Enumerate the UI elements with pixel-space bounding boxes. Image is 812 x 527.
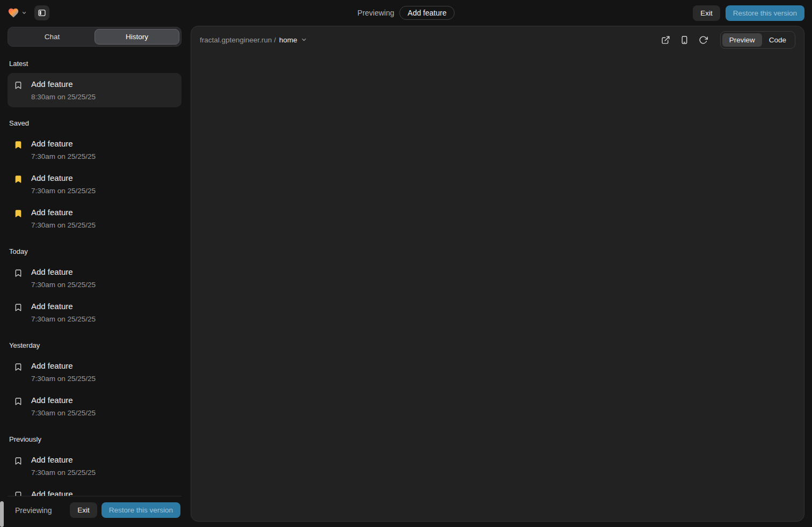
chevron-down-icon (21, 10, 27, 16)
history-section: Saved Add feature 7:30am on 25/25/25 Add… (8, 119, 182, 236)
topbar: Previewing Add feature Exit Restore this… (0, 0, 812, 26)
history-item-time: 7:30am on 25/25/25 (31, 152, 96, 160)
open-in-new-tab-icon (661, 35, 670, 45)
history-item-text: Add feature 7:30am on 25/25/25 (31, 455, 96, 477)
history-item-text: Add feature 7:30am on 25/25/25 (31, 267, 96, 289)
history-item-time: 7:30am on 25/25/25 (31, 281, 96, 289)
history-item-title: Add feature (31, 396, 96, 405)
history-item[interactable]: Add feature 7:30am on 25/25/25 (8, 201, 182, 236)
topbar-left-group (8, 5, 49, 20)
history-item-text: Add feature 7:30am on 25/25/25 (31, 173, 96, 195)
history-section: Previously Add feature 7:30am on 25/25/2… (8, 435, 182, 496)
history-item-text: Add feature 7:30am on 25/25/25 (31, 302, 96, 323)
chevron-down-icon (301, 36, 307, 43)
sidebar-toggle-button[interactable] (34, 5, 49, 20)
exit-button[interactable]: Exit (70, 502, 97, 518)
previewing-status-label: Previewing (358, 9, 394, 17)
sidebar-tab-bar: Chat History (8, 27, 182, 47)
lovable-heart-logo-icon (8, 7, 19, 19)
mobile-preview-button[interactable] (677, 32, 692, 47)
bookmark-outline-icon (14, 363, 23, 371)
history-item-title: Add feature (31, 489, 96, 496)
section-title: Previously (9, 435, 180, 443)
section-items: Add feature 8:30am on 25/25/25 (8, 73, 182, 107)
topbar-right-group: Exit Restore this version (693, 5, 804, 21)
history-item-text: Add feature 7:30am on 25/25/25 (31, 361, 96, 383)
history-item-title: Add feature (31, 208, 96, 217)
history-item-title: Add feature (31, 267, 96, 277)
refresh-button[interactable] (696, 32, 711, 47)
section-items: Add feature 7:30am on 25/25/25 Add featu… (8, 133, 182, 236)
history-item-time: 7:30am on 25/25/25 (31, 469, 96, 477)
history-item-time: 7:30am on 25/25/25 (31, 187, 96, 195)
history-item[interactable]: Add feature 7:30am on 25/25/25 (8, 355, 182, 389)
preview-panel: fractal.gptengineer.run / home (191, 26, 804, 522)
sidebar-footer: Previewing Exit Restore this version (8, 496, 182, 524)
history-item[interactable]: Add feature 7:30am on 25/25/25 (8, 295, 182, 330)
history-section: Yesterday Add feature 7:30am on 25/25/25… (8, 341, 182, 423)
history-item[interactable]: Add feature 7:30am on 25/25/25 (8, 449, 182, 483)
history-section-list: Latest Add feature 8:30am on 25/25/25 Sa… (8, 47, 182, 496)
exit-button[interactable]: Exit (693, 5, 720, 21)
bookmark-outline-icon (14, 269, 23, 277)
history-item-title: Add feature (31, 79, 96, 89)
section-title: Saved (9, 119, 180, 127)
history-item-time: 7:30am on 25/25/25 (31, 221, 96, 229)
history-item-time: 7:30am on 25/25/25 (31, 409, 96, 417)
history-sidebar: Chat History Latest Add feature 8:30am o… (8, 27, 182, 524)
history-item-text: Add feature 7:30am on 25/25/25 (31, 489, 96, 496)
restore-version-button[interactable]: Restore this version (726, 5, 804, 21)
history-item-text: Add feature 7:30am on 25/25/25 (31, 396, 96, 417)
history-item-time: 7:30am on 25/25/25 (31, 315, 96, 323)
history-item[interactable]: Add feature 7:30am on 25/25/25 (8, 389, 182, 423)
history-section: Latest Add feature 8:30am on 25/25/25 (8, 60, 182, 107)
history-item-text: Add feature 8:30am on 25/25/25 (31, 79, 96, 101)
preview-header: fractal.gptengineer.run / home (191, 26, 804, 53)
history-item-title: Add feature (31, 455, 96, 465)
preview-code-toggle: Preview Code (720, 31, 795, 49)
history-item[interactable]: Add feature 8:30am on 25/25/25 (8, 73, 182, 107)
sidebar-scrollbar-thumb[interactable] (0, 501, 4, 527)
section-title: Latest (9, 60, 180, 68)
preview-url-prefix: fractal.gptengineer.run / (200, 36, 276, 44)
history-item[interactable]: Add feature 7:30am on 25/25/25 (8, 167, 182, 201)
history-item[interactable]: Add feature 7:30am on 25/25/25 (8, 261, 182, 295)
restore-version-button[interactable]: Restore this version (102, 502, 180, 518)
bookmark-outline-icon (14, 491, 23, 496)
preview-url-dropdown[interactable]: fractal.gptengineer.run / home (200, 36, 307, 44)
history-item-title: Add feature (31, 361, 96, 371)
section-title: Today (9, 247, 180, 255)
previewing-status-label: Previewing (15, 506, 52, 515)
version-name-badge[interactable]: Add feature (400, 6, 454, 20)
tab-preview[interactable]: Preview (722, 33, 762, 47)
section-title: Yesterday (9, 341, 180, 349)
history-section: Today Add feature 7:30am on 25/25/25 Add… (8, 247, 182, 330)
history-item-text: Add feature 7:30am on 25/25/25 (31, 139, 96, 160)
history-item[interactable]: Add feature 7:30am on 25/25/25 (8, 483, 182, 496)
history-item[interactable]: Add feature 7:30am on 25/25/25 (8, 133, 182, 167)
logo-menu-button[interactable] (8, 7, 27, 19)
section-items: Add feature 7:30am on 25/25/25 Add featu… (8, 261, 182, 330)
history-item-text: Add feature 7:30am on 25/25/25 (31, 208, 96, 229)
bookmark-outline-icon (14, 303, 23, 312)
preview-toolbar: Preview Code (658, 31, 795, 49)
history-item-time: 8:30am on 25/25/25 (31, 93, 96, 101)
history-item-time: 7:30am on 25/25/25 (31, 375, 96, 383)
open-in-new-tab-button[interactable] (658, 32, 673, 47)
mobile-preview-icon (680, 35, 689, 45)
bookmark-saved-icon (14, 175, 23, 184)
bookmark-outline-icon (14, 457, 23, 465)
bookmark-saved-icon (14, 141, 23, 149)
preview-url-page: home (279, 36, 298, 44)
bookmark-saved-icon (14, 209, 23, 218)
bookmark-outline-icon (14, 397, 23, 406)
history-item-title: Add feature (31, 302, 96, 311)
tab-chat[interactable]: Chat (10, 29, 95, 45)
bookmark-outline-icon (14, 81, 23, 90)
refresh-icon (699, 35, 708, 45)
history-item-title: Add feature (31, 173, 96, 183)
tab-history[interactable]: History (95, 29, 179, 45)
history-item-title: Add feature (31, 139, 96, 149)
tab-code[interactable]: Code (762, 33, 793, 47)
panel-toggle-icon (38, 9, 46, 17)
